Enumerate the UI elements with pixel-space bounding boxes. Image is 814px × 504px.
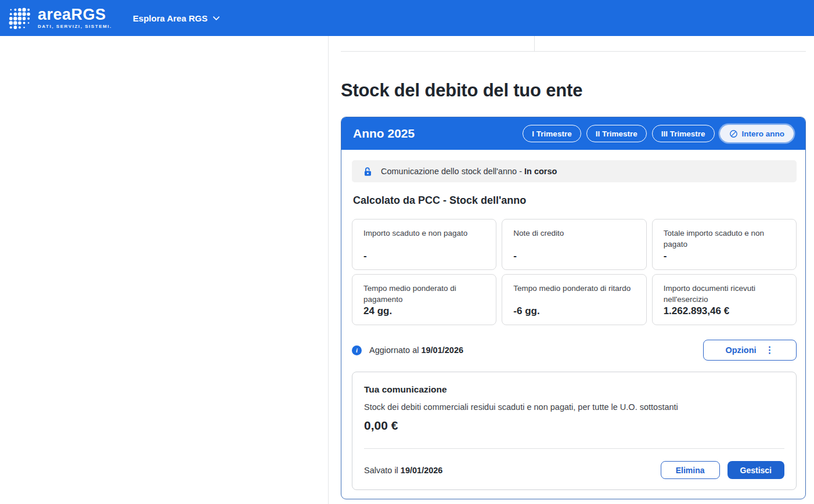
chevron-down-icon	[212, 14, 221, 23]
brand-tagline: DATI, SERVIZI, SISTEMI.	[38, 24, 112, 29]
explore-label: Esplora Area RGS	[133, 13, 208, 23]
year-2025-card: Anno 2025 I Trimestre II Trimestre III T…	[341, 117, 806, 499]
stat-label: Tempo medio ponderato di pagamento	[363, 283, 485, 305]
elimina-button[interactable]: Elimina	[661, 461, 720, 479]
options-label: Opzioni	[725, 345, 756, 355]
arearsg-logo[interactable]: areaRGS DATI, SERVIZI, SISTEMI.	[8, 7, 112, 29]
options-button[interactable]: Opzioni ⋮	[703, 340, 797, 361]
stat-label: Note di credito	[513, 228, 635, 239]
stat-value: -	[513, 250, 635, 262]
communication-divider	[364, 448, 784, 449]
brand-name: areaRGS	[38, 7, 112, 23]
stat-label: Totale importo scaduto e non pagato	[664, 228, 785, 250]
stat-value: 24 gg.	[363, 305, 485, 317]
stat-value: -	[363, 250, 485, 262]
dot-grid-logo-icon	[8, 7, 30, 29]
slashed-circle-icon	[729, 129, 738, 138]
saved-date: 19/01/2026	[401, 466, 443, 475]
tua-comunicazione-card: Tua comunicazione Stock dei debiti comme…	[352, 372, 797, 490]
tab-intero-anno-label: Intero anno	[742, 129, 785, 138]
tab-i-trimestre[interactable]: I Trimestre	[523, 125, 581, 142]
tab-iii-trimestre[interactable]: III Trimestre	[652, 125, 715, 142]
communication-title: Tua comunicazione	[364, 384, 784, 395]
kebab-icon: ⋮	[765, 345, 775, 355]
year-card-body: Comunicazione dello stock dell'anno -In …	[341, 150, 805, 499]
gestisci-button[interactable]: Gestisci	[727, 461, 784, 479]
tab-divider	[534, 36, 535, 52]
stat-card-importo-documenti: Importo documenti ricevuti nell'esercizi…	[652, 274, 797, 325]
stat-card-tempo-ritardo: Tempo medio ponderato di ritardo -6 gg.	[502, 274, 646, 325]
status-in-corso: In corso	[524, 167, 557, 176]
left-empty-panel	[0, 36, 329, 504]
communication-amount: 0,00 €	[364, 419, 784, 433]
stat-label: Importo scaduto e non pagato	[363, 228, 485, 239]
stat-value: -6 gg.	[513, 305, 635, 317]
status-banner: Comunicazione dello stock dell'anno -In …	[352, 160, 797, 182]
stat-label: Tempo medio ponderato di ritardo	[513, 283, 635, 294]
main-area: Stock del debito del tuo ente Anno 2025 …	[0, 36, 814, 504]
updated-row: i Aggiornato al19/01/2026 Opzioni ⋮	[352, 340, 797, 361]
updated-date: 19/01/2026	[421, 345, 463, 355]
tab-ii-trimestre[interactable]: II Trimestre	[586, 125, 647, 142]
tab-intero-anno[interactable]: Intero anno	[720, 125, 794, 142]
content-panel: Stock del debito del tuo ente Anno 2025 …	[329, 36, 814, 504]
brand-wordmark: areaRGS DATI, SERVIZI, SISTEMI.	[38, 7, 112, 29]
stat-card-note-di-credito: Note di credito -	[502, 219, 646, 270]
updated-text: Aggiornato al19/01/2026	[369, 345, 463, 355]
stat-card-importo-scaduto: Importo scaduto e non pagato -	[352, 219, 496, 270]
stats-grid: Importo scaduto e non pagato - Note di c…	[352, 219, 797, 325]
year-card-title: Anno 2025	[353, 127, 415, 141]
year-card-header: Anno 2025 I Trimestre II Trimestre III T…	[341, 117, 805, 150]
info-icon[interactable]: i	[352, 345, 362, 355]
stat-card-tempo-pagamento: Tempo medio ponderato di pagamento 24 gg…	[352, 274, 496, 325]
pcc-section-heading: Calcolato da PCC - Stock dell'anno	[353, 195, 797, 207]
top-navigation-bar: areaRGS DATI, SERVIZI, SISTEMI. Esplora …	[0, 0, 814, 36]
page-title: Stock del debito del tuo ente	[341, 80, 814, 101]
period-tabs: I Trimestre II Trimestre III Trimestre I…	[523, 125, 794, 142]
tab-bar-remnant	[341, 36, 806, 52]
stat-card-totale-importo: Totale importo scaduto e non pagato -	[652, 219, 797, 270]
status-banner-text: Comunicazione dello stock dell'anno -In …	[381, 167, 557, 176]
explore-area-rgs-menu[interactable]: Esplora Area RGS	[133, 13, 221, 23]
open-lock-icon	[362, 166, 373, 177]
stat-label: Importo documenti ricevuti nell'esercizi…	[664, 283, 785, 305]
saved-text: Salvato il19/01/2026	[364, 466, 442, 475]
stat-value: -	[664, 250, 785, 262]
stat-value: 1.262.893,46 €	[664, 305, 785, 317]
communication-footer: Salvato il19/01/2026 Elimina Gestisci	[364, 461, 784, 479]
communication-description: Stock dei debiti commerciali residui sca…	[364, 402, 784, 412]
